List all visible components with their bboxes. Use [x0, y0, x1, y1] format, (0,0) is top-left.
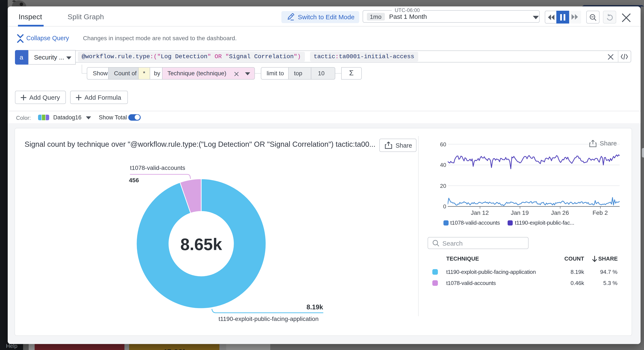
svg-text:8.65k: 8.65k [180, 235, 222, 253]
